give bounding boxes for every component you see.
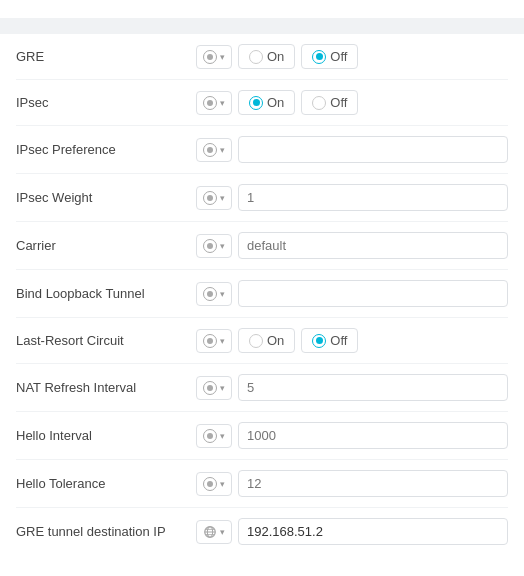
dropdown-arrow: ▾ [220,193,225,203]
text-input-hello-interval[interactable] [238,422,508,449]
dropdown-btn-carrier[interactable]: ▾ [196,234,232,258]
radio-label: Off [330,49,347,64]
radio-option-gre-off[interactable]: Off [301,44,358,69]
dropdown-arrow: ▾ [220,98,225,108]
row-label-bind-loopback: Bind Loopback Tunnel [16,286,196,301]
circle-icon [203,334,217,348]
form-row-last-resort: Last-Resort Circuit▾OnOff [16,318,508,364]
row-control-hello-interval: ▾ [196,422,508,449]
dropdown-btn-hello-interval[interactable]: ▾ [196,424,232,448]
dropdown-btn-gre[interactable]: ▾ [196,45,232,69]
radio-option-ipsec-off[interactable]: Off [301,90,358,115]
radio-label: On [267,95,284,110]
dropdown-arrow: ▾ [220,145,225,155]
row-control-bind-loopback: ▾ [196,280,508,307]
dropdown-btn-nat-refresh[interactable]: ▾ [196,376,232,400]
radio-circle-selected [312,50,326,64]
radio-label: Off [330,95,347,110]
dropdown-arrow: ▾ [220,383,225,393]
dropdown-arrow: ▾ [220,289,225,299]
circle-icon [203,96,217,110]
radio-label: On [267,333,284,348]
row-control-gre: ▾OnOff [196,44,508,69]
form-row-hello-tolerance: Hello Tolerance▾ [16,460,508,508]
dropdown-arrow: ▾ [220,52,225,62]
form-row-ipsec-preference: IPsec Preference▾ [16,126,508,174]
circle-icon [203,143,217,157]
globe-icon [203,525,217,539]
circle-icon [203,381,217,395]
dropdown-btn-ipsec[interactable]: ▾ [196,91,232,115]
row-control-hello-tolerance: ▾ [196,470,508,497]
radio-circle-unselected [249,334,263,348]
form-row-bind-loopback: Bind Loopback Tunnel▾ [16,270,508,318]
encapsulation-section-header [0,18,524,34]
radio-label: On [267,49,284,64]
circle-icon [203,50,217,64]
text-input-ipsec-preference[interactable] [238,136,508,163]
form-row-ipsec: IPsec▾OnOff [16,80,508,126]
text-input-carrier[interactable] [238,232,508,259]
row-label-ipsec: IPsec [16,95,196,110]
row-label-ipsec-preference: IPsec Preference [16,142,196,157]
dropdown-btn-gre-tunnel-dest[interactable]: ▾ [196,520,232,544]
dropdown-arrow: ▾ [220,241,225,251]
form-row-nat-refresh: NAT Refresh Interval▾ [16,364,508,412]
dropdown-btn-ipsec-preference[interactable]: ▾ [196,138,232,162]
row-label-hello-interval: Hello Interval [16,428,196,443]
radio-option-last-resort-off[interactable]: Off [301,328,358,353]
dropdown-btn-hello-tolerance[interactable]: ▾ [196,472,232,496]
text-input-gre-tunnel-dest[interactable] [238,518,508,545]
row-label-gre: GRE [16,49,196,64]
radio-circle-unselected [312,96,326,110]
row-label-nat-refresh: NAT Refresh Interval [16,380,196,395]
row-label-gre-tunnel-dest: GRE tunnel destination IP [16,524,196,539]
text-input-nat-refresh[interactable] [238,374,508,401]
dropdown-arrow: ▾ [220,527,225,537]
circle-icon [203,287,217,301]
radio-option-gre-on[interactable]: On [238,44,295,69]
row-control-last-resort: ▾OnOff [196,328,508,353]
text-input-hello-tolerance[interactable] [238,470,508,497]
row-control-nat-refresh: ▾ [196,374,508,401]
dropdown-btn-last-resort[interactable]: ▾ [196,329,232,353]
radio-label: Off [330,333,347,348]
radio-option-last-resort-on[interactable]: On [238,328,295,353]
circle-icon [203,477,217,491]
row-label-last-resort: Last-Resort Circuit [16,333,196,348]
dropdown-arrow: ▾ [220,479,225,489]
dropdown-btn-ipsec-weight[interactable]: ▾ [196,186,232,210]
circle-icon [203,429,217,443]
radio-circle-unselected [249,50,263,64]
form-row-hello-interval: Hello Interval▾ [16,412,508,460]
row-label-ipsec-weight: IPsec Weight [16,190,196,205]
row-control-carrier: ▾ [196,232,508,259]
dropdown-btn-bind-loopback[interactable]: ▾ [196,282,232,306]
form-rows: GRE▾OnOffIPsec▾OnOffIPsec Preference▾IPs… [0,34,524,555]
circle-icon [203,191,217,205]
row-control-ipsec-weight: ▾ [196,184,508,211]
circle-icon [203,239,217,253]
dropdown-arrow: ▾ [220,431,225,441]
dropdown-arrow: ▾ [220,336,225,346]
text-input-ipsec-weight[interactable] [238,184,508,211]
form-row-gre: GRE▾OnOff [16,34,508,80]
radio-circle-selected [312,334,326,348]
row-control-ipsec: ▾OnOff [196,90,508,115]
text-input-bind-loopback[interactable] [238,280,508,307]
radio-circle-selected [249,96,263,110]
form-row-gre-tunnel-dest: GRE tunnel destination IP ▾ [16,508,508,555]
row-label-carrier: Carrier [16,238,196,253]
row-label-hello-tolerance: Hello Tolerance [16,476,196,491]
row-control-gre-tunnel-dest: ▾ [196,518,508,545]
form-row-ipsec-weight: IPsec Weight▾ [16,174,508,222]
radio-option-ipsec-on[interactable]: On [238,90,295,115]
advanced-options-header[interactable] [0,0,524,18]
row-control-ipsec-preference: ▾ [196,136,508,163]
form-row-carrier: Carrier▾ [16,222,508,270]
